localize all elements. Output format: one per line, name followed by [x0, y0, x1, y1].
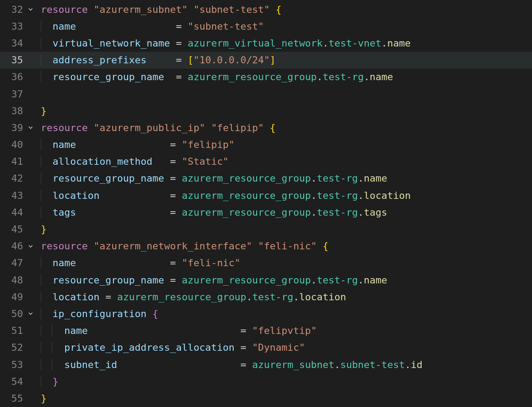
- fold-toggle[interactable]: [26, 6, 35, 13]
- code-content: name = "felipip": [35, 139, 532, 150]
- token-pun: .: [358, 173, 364, 184]
- code-line[interactable]: 35 address_prefixes = ["10.0.0.0/24"]: [0, 52, 532, 69]
- token-pun: =: [88, 325, 252, 336]
- token-pun: [205, 122, 211, 133]
- token-str: "felipvtip": [252, 325, 317, 336]
- code-line[interactable]: 55}: [0, 390, 532, 407]
- fold-toggle[interactable]: [26, 310, 35, 317]
- code-line[interactable]: 44 tags = azurerm_resource_group.test-rg…: [0, 204, 532, 221]
- line-number: 50: [0, 308, 26, 319]
- code-content: location = azurerm_resource_group.test-r…: [35, 291, 532, 302]
- token-pun: [41, 359, 64, 370]
- token-kw: resource: [41, 122, 88, 133]
- code-line[interactable]: 49 location = azurerm_resource_group.tes…: [0, 288, 532, 305]
- indent-guide: [41, 173, 41, 184]
- code-line[interactable]: 37: [0, 85, 532, 102]
- code-line[interactable]: 43 location = azurerm_resource_group.tes…: [0, 187, 532, 204]
- code-content: resource_group_name = azurerm_resource_g…: [35, 173, 532, 184]
- code-editor[interactable]: 32resource "azurerm_subnet" "subnet-test…: [0, 0, 532, 407]
- token-pun: =: [170, 38, 188, 49]
- token-pun: =: [153, 156, 182, 167]
- token-str: "feli-nic": [182, 257, 240, 268]
- chevron-down-icon: [27, 6, 34, 13]
- code-content: ip_configuration {: [35, 308, 532, 319]
- token-prop: location: [53, 190, 100, 201]
- token-pun: [41, 342, 64, 353]
- code-line[interactable]: 32resource "azurerm_subnet" "subnet-test…: [0, 1, 532, 18]
- indent-guide: [41, 156, 41, 167]
- token-br: }: [41, 393, 47, 404]
- code-line[interactable]: 48 resource_group_name = azurerm_resourc…: [0, 271, 532, 288]
- code-line[interactable]: 45}: [0, 221, 532, 237]
- token-obj: azurerm_resource_group: [182, 207, 311, 218]
- line-number: 39: [0, 122, 26, 133]
- indent-guide: [41, 325, 41, 336]
- token-pun: =: [76, 21, 188, 32]
- code-line[interactable]: 34 virtual_network_name = azurerm_virtua…: [0, 35, 532, 51]
- code-line[interactable]: 52 private_ip_address_allocation = "Dyna…: [0, 339, 532, 356]
- indent-guide: [41, 38, 41, 49]
- fold-toggle[interactable]: [26, 243, 35, 250]
- token-prop: resource_group_name: [53, 173, 164, 184]
- chevron-down-icon: [27, 243, 34, 250]
- token-pun: [41, 173, 53, 184]
- code-line[interactable]: 53 subnet_id = azurerm_subnet.subnet-tes…: [0, 356, 532, 373]
- token-pun: [317, 240, 323, 252]
- token-obj: test-rg: [317, 190, 358, 201]
- code-content: }: [35, 393, 532, 404]
- code-line[interactable]: 39resource "azurerm_public_ip" "felipip"…: [0, 119, 532, 136]
- token-pun: [41, 275, 53, 286]
- code-line[interactable]: 33 name = "subnet-test": [0, 18, 532, 35]
- code-line[interactable]: 36 resource_group_name = azurerm_resourc…: [0, 69, 532, 85]
- code-line[interactable]: 51 name = "felipvtip": [0, 322, 532, 339]
- token-str: "Dynamic": [252, 342, 305, 353]
- token-pun: [88, 122, 94, 133]
- code-line[interactable]: 40 name = "felipip": [0, 136, 532, 153]
- token-pun: [41, 190, 53, 201]
- chevron-down-icon: [27, 124, 34, 131]
- code-content: }: [35, 105, 532, 116]
- token-str: "azurerm_network_interface": [94, 240, 252, 252]
- code-content: subnet_id = azurerm_subnet.subnet-test.i…: [35, 359, 532, 370]
- token-br: {: [323, 240, 329, 252]
- token-pun: =: [146, 54, 188, 66]
- token-mem: name: [387, 38, 411, 49]
- token-pun: .: [358, 275, 364, 286]
- code-content: tags = azurerm_resource_group.test-rg.ta…: [35, 207, 532, 218]
- token-pun: =: [99, 190, 181, 201]
- token-pun: =: [76, 207, 181, 218]
- code-content: resource "azurerm_network_interface" "fe…: [35, 240, 532, 252]
- token-prop: name: [53, 21, 76, 32]
- indent-guide: [41, 257, 41, 268]
- code-content: name = "subnet-test": [35, 21, 532, 32]
- line-number: 54: [0, 376, 26, 387]
- code-line[interactable]: 46resource "azurerm_network_interface" "…: [0, 238, 532, 255]
- token-str: "azurerm_public_ip": [94, 122, 205, 133]
- code-line[interactable]: 54 }: [0, 373, 532, 390]
- token-br: }: [41, 105, 47, 116]
- code-line[interactable]: 50 ip_configuration {: [0, 305, 532, 322]
- token-pun: =: [164, 275, 182, 286]
- token-pun: .: [334, 359, 340, 370]
- code-line[interactable]: 42 resource_group_name = azurerm_resourc…: [0, 170, 532, 187]
- code-line[interactable]: 47 name = "feli-nic": [0, 255, 532, 271]
- token-pun: [252, 240, 258, 252]
- token-mem: tags: [364, 207, 387, 218]
- code-content: resource "azurerm_public_ip" "felipip" {: [35, 122, 532, 133]
- token-pun: .: [405, 359, 411, 370]
- line-number: 37: [0, 89, 26, 100]
- token-pun: [41, 71, 53, 82]
- code-line[interactable]: 41 allocation_method = "Static": [0, 153, 532, 170]
- token-obj: test-vnet: [329, 38, 381, 49]
- line-number: 48: [0, 275, 26, 286]
- code-content: }: [35, 224, 532, 235]
- code-line[interactable]: 38}: [0, 102, 532, 119]
- token-obj: test-rg: [323, 71, 364, 82]
- line-number: 44: [0, 207, 26, 218]
- indent-guide: [41, 359, 41, 370]
- token-pun: .: [317, 71, 323, 82]
- token-pun: [264, 122, 270, 133]
- line-number: 42: [0, 173, 26, 184]
- line-number: 41: [0, 156, 26, 167]
- fold-toggle[interactable]: [26, 124, 35, 131]
